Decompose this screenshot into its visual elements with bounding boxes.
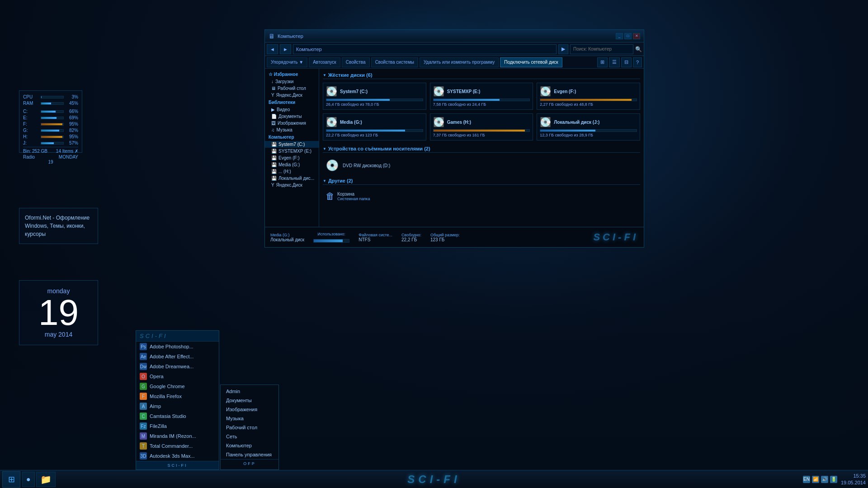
- drive-f-icon: 💽: [540, 86, 551, 97]
- start-menu-item-camtasia[interactable]: C Camtasia Studio: [136, 411, 219, 421]
- taskbar-chrome-btn[interactable]: ●: [22, 472, 35, 487]
- fm-go-btn[interactable]: ▶: [558, 44, 568, 54]
- taskbar-explorer-btn[interactable]: 📁: [36, 472, 56, 487]
- sub-menu-item-images[interactable]: Изображения: [221, 405, 278, 414]
- fm-view-tiles-btn[interactable]: ⊞: [597, 57, 608, 67]
- fm-sidebar-yandex2[interactable]: Y Яндекс.Диск: [265, 182, 319, 188]
- drive-g-bar-bg: [326, 129, 423, 132]
- fm-sidebar-games[interactable]: 💾 ... (H:): [265, 168, 319, 175]
- fm-computer-section: Компьютер: [265, 133, 319, 141]
- fm-uninstall-btn[interactable]: Удалить или изменить программу: [420, 57, 499, 67]
- drive-e-val: 69%: [66, 115, 78, 120]
- fm-sys-properties-btn[interactable]: Свойства системы: [371, 57, 418, 67]
- fm-sidebar-system7[interactable]: 💾 System7 (C:): [265, 141, 319, 148]
- fm-minimize-btn[interactable]: _: [616, 33, 623, 39]
- fm-sidebar-systemxp[interactable]: 💾 SYSTEMXP (E:): [265, 148, 319, 155]
- music-icon: ♫: [271, 127, 275, 132]
- fm-trash[interactable]: 🗑 Корзина Системная папка: [323, 188, 480, 204]
- sub-menu-item-network[interactable]: Сеть: [221, 432, 278, 441]
- fm-usage-fill: [314, 239, 343, 242]
- fm-others-grid: 🗑 Корзина Системная папка: [323, 188, 640, 204]
- fm-organize-btn[interactable]: Упорядочить ▼: [267, 57, 307, 67]
- drive-c-label: C:: [23, 109, 39, 114]
- fm-sidebar-video[interactable]: ▶ Видео: [265, 106, 319, 113]
- fm-drive-j[interactable]: 💽 Локальный диск (J:) 12,3 ГБ свободно и…: [537, 113, 640, 141]
- fm-fs-label: Файловая систе...: [359, 233, 392, 237]
- start-menu-item-opera[interactable]: O Opera: [136, 371, 219, 381]
- fm-properties-btn[interactable]: Свойства: [342, 57, 370, 67]
- start-menu-item-photoshop[interactable]: Ps Adobe Photoshop...: [136, 342, 219, 352]
- fm-hard-drives-title: Жёсткие диски (6): [323, 72, 640, 79]
- start-menu-item-firefox[interactable]: F Mozilla Firefox: [136, 391, 219, 401]
- downloads-icon: ↓: [271, 79, 274, 84]
- fm-sidebar-media[interactable]: 💾 Media (G:): [265, 161, 319, 168]
- taskbar-right: EN 📶 🔊 🔋 15:35 19.05.2014: [803, 473, 866, 486]
- sub-menu-item-desktop[interactable]: Рабочий стол: [221, 423, 278, 432]
- fm-forward-btn[interactable]: ►: [280, 44, 291, 54]
- fm-sidebar-local[interactable]: 💾 Локальный дис...: [265, 175, 319, 182]
- fm-connect-drive-btn[interactable]: Подключить сетевой диск: [500, 57, 562, 67]
- chrome-taskbar-icon: ●: [26, 475, 31, 483]
- fm-drives-grid: 💽 System7 (C:) 26,4 ГБ свободно из 78,0 …: [323, 83, 640, 141]
- fm-view-list-btn[interactable]: ☰: [609, 57, 620, 67]
- aftereffects-label: Adobe After Effect...: [150, 354, 194, 359]
- start-menu-item-aftereffects[interactable]: Ae Adobe After Effect...: [136, 352, 219, 361]
- fm-back-btn[interactable]: ◄: [267, 44, 278, 54]
- start-menu-item-dreamweaver[interactable]: Dw Adobe Dreamwea...: [136, 361, 219, 371]
- cpu-val: 3%: [66, 94, 78, 99]
- hdd-g-icon: 💾: [271, 162, 277, 167]
- fm-sidebar-downloads[interactable]: ↓ Загрузки: [265, 78, 319, 85]
- start-menu-item-chrome[interactable]: G Google Chrome: [136, 381, 219, 391]
- fm-drive-c[interactable]: 💽 System7 (C:) 26,4 ГБ свободно из 78,0 …: [323, 83, 426, 110]
- fm-help-btn[interactable]: ?: [633, 57, 642, 67]
- fm-address-bar[interactable]: [293, 44, 557, 54]
- hdd-c-icon: 💾: [271, 142, 277, 147]
- fm-sidebar-evgen[interactable]: 💾 Evgen (F:): [265, 155, 319, 161]
- fm-search-input[interactable]: [570, 44, 633, 54]
- drive-h-name: Games (H:): [447, 120, 471, 125]
- start-menu-item-3dsmax[interactable]: 3D Autodesk 3ds Max...: [136, 451, 219, 461]
- fm-status-drive-name: Media (G:): [270, 233, 304, 237]
- sub-menu-item-controlpanel[interactable]: Панель управления: [221, 450, 278, 459]
- drive-f-val: 95%: [66, 122, 78, 127]
- fm-drive-e[interactable]: 💽 SYSTEMXP (E:) 7,58 ГБ свободно из 24,4…: [430, 83, 533, 110]
- widget-note: Oformi.Net - Оформление Windows, Темы, и…: [19, 208, 98, 244]
- fm-sidebar-docs[interactable]: 📄 Документы: [265, 113, 319, 120]
- fm-drive-f[interactable]: 💽 Evgen (F:) 2,27 ГБ свободно из 48,8 ГБ: [537, 83, 640, 110]
- fm-close-btn[interactable]: ✕: [633, 33, 640, 39]
- drive-g-bar: [41, 130, 59, 131]
- fm-free-value: 22,2 ГБ: [401, 237, 421, 242]
- drive-e-free: 7,58 ГБ свободно из 24,4 ГБ: [433, 102, 530, 107]
- fm-usage-bar: [313, 239, 349, 243]
- note-text: Oformi.Net - Оформление Windows, Темы, и…: [25, 215, 90, 237]
- sub-menu-item-admin[interactable]: Admin: [221, 387, 278, 396]
- drive-j-bar-bg: [540, 129, 637, 132]
- fm-drive-g[interactable]: 💽 Media (G:) 22,2 ГБ свободно из 123 ГБ: [323, 113, 426, 141]
- drive-e-label: E:: [23, 115, 39, 120]
- images-icon: 🖼: [271, 121, 276, 126]
- sub-menu-item-computer[interactable]: Компьютер: [221, 441, 278, 450]
- taskbar-start-button[interactable]: ⊞: [2, 471, 20, 488]
- drive-e-bar: [41, 117, 57, 119]
- drive-g-icon: 💽: [326, 117, 337, 127]
- fm-status-fs: Файловая систе... NTFS: [359, 233, 392, 242]
- start-menu-item-filezilla[interactable]: Fz FileZilla: [136, 421, 219, 431]
- fm-sidebar-images[interactable]: 🖼 Изображения: [265, 120, 319, 127]
- drive-f-label: F:: [23, 122, 39, 127]
- start-menu-item-aimp[interactable]: A Aimp: [136, 401, 219, 411]
- fm-drive-h[interactable]: 💽 Games (H:) 7,37 ГБ свободно из 161 ГБ: [430, 113, 533, 141]
- drive-c-name: System7 (C:): [340, 89, 368, 94]
- fm-maximize-btn[interactable]: □: [624, 33, 632, 39]
- clock-date: 19.05.2014: [841, 479, 866, 486]
- sub-menu-item-music[interactable]: Музыка: [221, 414, 278, 423]
- fm-autoplay-btn[interactable]: Автозапуск: [309, 57, 340, 67]
- fm-sidebar-desktop[interactable]: 🖥 Рабочий стол: [265, 85, 319, 92]
- fm-view-details-btn[interactable]: ⊟: [621, 57, 632, 67]
- fm-sidebar-yandex[interactable]: Y Яндекс.Диск: [265, 92, 319, 99]
- tray-network-icon: 📶: [812, 476, 819, 483]
- fm-sidebar-music[interactable]: ♫ Музыка: [265, 127, 319, 133]
- start-menu-item-totalcmd[interactable]: T Total Commander...: [136, 441, 219, 451]
- drive-h-bar-bg: [433, 129, 530, 132]
- sub-menu-item-docs[interactable]: Документы: [221, 396, 278, 405]
- start-menu-item-miranda[interactable]: M Miranda IM (Rezon...: [136, 431, 219, 441]
